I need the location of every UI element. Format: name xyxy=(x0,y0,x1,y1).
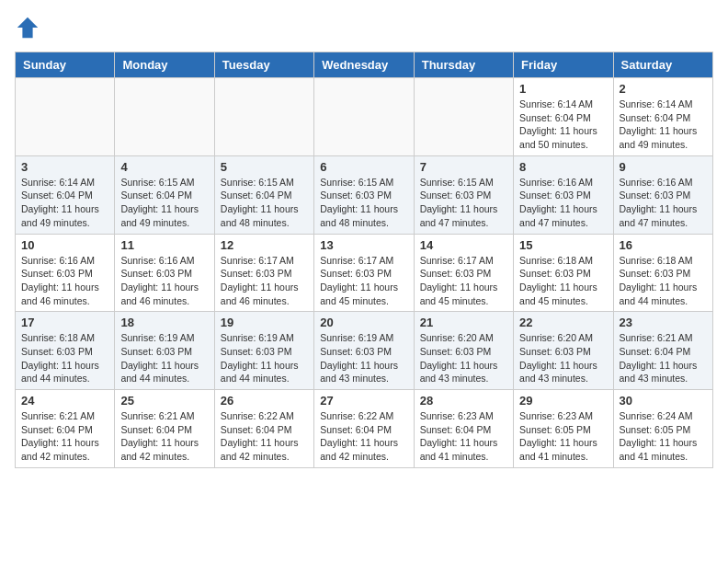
day-info: Sunrise: 6:21 AM Sunset: 6:04 PM Dayligh… xyxy=(21,409,108,464)
day-info: Sunrise: 6:21 AM Sunset: 6:04 PM Dayligh… xyxy=(620,331,707,385)
calendar-table: SundayMondayTuesdayWednesdayThursdayFrid… xyxy=(15,52,713,468)
day-number: 30 xyxy=(620,394,707,408)
calendar-cell: 20Sunrise: 6:19 AM Sunset: 6:03 PM Dayli… xyxy=(314,312,414,390)
calendar-cell: 17Sunrise: 6:18 AM Sunset: 6:03 PM Dayli… xyxy=(16,312,115,390)
calendar-cell: 6Sunrise: 6:15 AM Sunset: 6:03 PM Daylig… xyxy=(314,155,414,234)
day-number: 25 xyxy=(120,394,208,408)
calendar-cell: 21Sunrise: 6:20 AM Sunset: 6:03 PM Dayli… xyxy=(414,312,513,390)
day-number: 3 xyxy=(21,160,108,174)
day-number: 17 xyxy=(21,316,108,329)
calendar-cell: 14Sunrise: 6:17 AM Sunset: 6:03 PM Dayli… xyxy=(414,234,513,312)
day-number: 13 xyxy=(320,238,407,252)
day-number: 28 xyxy=(420,394,507,408)
calendar-cell: 4Sunrise: 6:15 AM Sunset: 6:04 PM Daylig… xyxy=(115,155,214,234)
calendar-cell: 16Sunrise: 6:18 AM Sunset: 6:03 PM Dayli… xyxy=(613,234,712,312)
calendar-cell xyxy=(16,78,115,156)
day-number: 29 xyxy=(519,394,607,408)
calendar-cell xyxy=(414,78,513,156)
day-info: Sunrise: 6:22 AM Sunset: 6:04 PM Dayligh… xyxy=(221,409,308,464)
day-info: Sunrise: 6:19 AM Sunset: 6:03 PM Dayligh… xyxy=(221,331,308,385)
day-info: Sunrise: 6:18 AM Sunset: 6:03 PM Dayligh… xyxy=(519,254,607,308)
day-info: Sunrise: 6:15 AM Sunset: 6:03 PM Dayligh… xyxy=(320,176,407,230)
calendar-cell xyxy=(115,78,214,156)
calendar-cell: 12Sunrise: 6:17 AM Sunset: 6:03 PM Dayli… xyxy=(214,234,313,312)
calendar-cell: 25Sunrise: 6:21 AM Sunset: 6:04 PM Dayli… xyxy=(115,390,214,468)
calendar-cell: 27Sunrise: 6:22 AM Sunset: 6:04 PM Dayli… xyxy=(314,390,414,468)
day-info: Sunrise: 6:16 AM Sunset: 6:03 PM Dayligh… xyxy=(21,254,108,308)
weekday-header: Monday xyxy=(115,52,214,78)
day-info: Sunrise: 6:16 AM Sunset: 6:03 PM Dayligh… xyxy=(519,176,607,230)
day-info: Sunrise: 6:15 AM Sunset: 6:03 PM Dayligh… xyxy=(420,176,507,230)
day-info: Sunrise: 6:17 AM Sunset: 6:03 PM Dayligh… xyxy=(320,254,407,308)
day-number: 26 xyxy=(221,394,308,408)
calendar-cell: 8Sunrise: 6:16 AM Sunset: 6:03 PM Daylig… xyxy=(514,155,613,234)
calendar-cell: 22Sunrise: 6:20 AM Sunset: 6:03 PM Dayli… xyxy=(514,312,613,390)
day-number: 9 xyxy=(620,160,707,174)
calendar-cell: 15Sunrise: 6:18 AM Sunset: 6:03 PM Dayli… xyxy=(514,234,613,312)
day-number: 14 xyxy=(420,238,507,252)
calendar-cell: 26Sunrise: 6:22 AM Sunset: 6:04 PM Dayli… xyxy=(214,390,313,468)
day-number: 4 xyxy=(120,160,208,174)
day-info: Sunrise: 6:14 AM Sunset: 6:04 PM Dayligh… xyxy=(620,98,707,152)
day-number: 8 xyxy=(519,160,607,174)
day-info: Sunrise: 6:17 AM Sunset: 6:03 PM Dayligh… xyxy=(420,254,507,308)
calendar-cell: 2Sunrise: 6:14 AM Sunset: 6:04 PM Daylig… xyxy=(613,78,712,156)
calendar-week-row: 24Sunrise: 6:21 AM Sunset: 6:04 PM Dayli… xyxy=(16,390,713,468)
day-info: Sunrise: 6:23 AM Sunset: 6:04 PM Dayligh… xyxy=(420,409,507,464)
calendar-week-row: 3Sunrise: 6:14 AM Sunset: 6:04 PM Daylig… xyxy=(16,155,713,234)
day-number: 21 xyxy=(420,316,507,329)
calendar-cell: 1Sunrise: 6:14 AM Sunset: 6:04 PM Daylig… xyxy=(514,78,613,156)
weekday-header-row: SundayMondayTuesdayWednesdayThursdayFrid… xyxy=(16,52,713,78)
day-info: Sunrise: 6:22 AM Sunset: 6:04 PM Dayligh… xyxy=(320,409,407,464)
weekday-header: Friday xyxy=(514,52,613,78)
day-number: 7 xyxy=(420,160,507,174)
day-info: Sunrise: 6:18 AM Sunset: 6:03 PM Dayligh… xyxy=(620,254,707,308)
calendar-cell: 23Sunrise: 6:21 AM Sunset: 6:04 PM Dayli… xyxy=(613,312,712,390)
calendar-cell: 29Sunrise: 6:23 AM Sunset: 6:05 PM Dayli… xyxy=(514,390,613,468)
day-number: 22 xyxy=(519,316,607,329)
day-number: 27 xyxy=(320,394,407,408)
day-info: Sunrise: 6:16 AM Sunset: 6:03 PM Dayligh… xyxy=(120,254,208,308)
day-number: 19 xyxy=(221,316,308,329)
day-info: Sunrise: 6:18 AM Sunset: 6:03 PM Dayligh… xyxy=(21,331,108,385)
logo-icon xyxy=(15,15,40,40)
day-number: 11 xyxy=(120,238,208,252)
weekday-header: Tuesday xyxy=(214,52,313,78)
day-number: 18 xyxy=(120,316,208,329)
calendar-cell: 19Sunrise: 6:19 AM Sunset: 6:03 PM Dayli… xyxy=(214,312,313,390)
day-number: 24 xyxy=(21,394,108,408)
day-number: 20 xyxy=(320,316,407,329)
day-info: Sunrise: 6:14 AM Sunset: 6:04 PM Dayligh… xyxy=(519,98,607,152)
day-number: 1 xyxy=(519,82,607,96)
day-info: Sunrise: 6:23 AM Sunset: 6:05 PM Dayligh… xyxy=(519,409,607,464)
calendar-cell: 10Sunrise: 6:16 AM Sunset: 6:03 PM Dayli… xyxy=(16,234,115,312)
calendar-cell: 7Sunrise: 6:15 AM Sunset: 6:03 PM Daylig… xyxy=(414,155,513,234)
day-number: 2 xyxy=(620,82,707,96)
calendar-cell xyxy=(314,78,414,156)
calendar-cell: 24Sunrise: 6:21 AM Sunset: 6:04 PM Dayli… xyxy=(16,390,115,468)
day-info: Sunrise: 6:21 AM Sunset: 6:04 PM Dayligh… xyxy=(120,409,208,464)
day-number: 23 xyxy=(620,316,707,329)
logo xyxy=(15,15,44,40)
day-number: 10 xyxy=(21,238,108,252)
day-number: 15 xyxy=(519,238,607,252)
day-number: 5 xyxy=(221,160,308,174)
day-number: 6 xyxy=(320,160,407,174)
day-info: Sunrise: 6:19 AM Sunset: 6:03 PM Dayligh… xyxy=(120,331,208,385)
calendar-week-row: 10Sunrise: 6:16 AM Sunset: 6:03 PM Dayli… xyxy=(16,234,713,312)
calendar-cell: 13Sunrise: 6:17 AM Sunset: 6:03 PM Dayli… xyxy=(314,234,414,312)
weekday-header: Thursday xyxy=(414,52,513,78)
calendar-cell: 9Sunrise: 6:16 AM Sunset: 6:03 PM Daylig… xyxy=(613,155,712,234)
day-info: Sunrise: 6:24 AM Sunset: 6:05 PM Dayligh… xyxy=(620,409,707,464)
calendar-cell: 30Sunrise: 6:24 AM Sunset: 6:05 PM Dayli… xyxy=(613,390,712,468)
day-info: Sunrise: 6:15 AM Sunset: 6:04 PM Dayligh… xyxy=(221,176,308,230)
day-info: Sunrise: 6:20 AM Sunset: 6:03 PM Dayligh… xyxy=(420,331,507,385)
day-info: Sunrise: 6:19 AM Sunset: 6:03 PM Dayligh… xyxy=(320,331,407,385)
calendar-cell: 3Sunrise: 6:14 AM Sunset: 6:04 PM Daylig… xyxy=(16,155,115,234)
day-number: 12 xyxy=(221,238,308,252)
calendar-cell: 28Sunrise: 6:23 AM Sunset: 6:04 PM Dayli… xyxy=(414,390,513,468)
calendar-cell: 5Sunrise: 6:15 AM Sunset: 6:04 PM Daylig… xyxy=(214,155,313,234)
day-info: Sunrise: 6:15 AM Sunset: 6:04 PM Dayligh… xyxy=(120,176,208,230)
calendar-cell xyxy=(214,78,313,156)
day-info: Sunrise: 6:14 AM Sunset: 6:04 PM Dayligh… xyxy=(21,176,108,230)
